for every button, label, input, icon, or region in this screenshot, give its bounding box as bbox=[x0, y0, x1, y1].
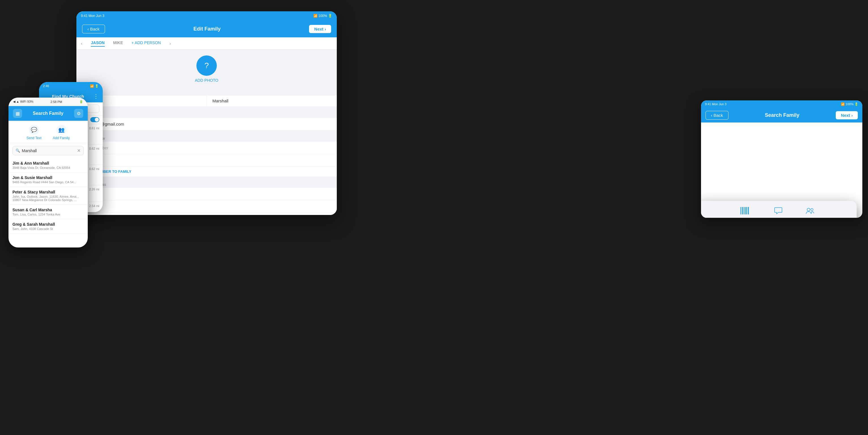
svg-rect-2 bbox=[742, 207, 743, 214]
photo-circle[interactable]: ? bbox=[196, 56, 217, 76]
barcode-icon bbox=[740, 207, 749, 216]
phone-search-bar: 🔍 ✕ bbox=[8, 143, 88, 158]
svg-point-9 bbox=[811, 208, 813, 211]
mailing-label: Mailing Address bbox=[76, 181, 337, 188]
mobile-input[interactable] bbox=[82, 145, 331, 150]
tab-chevron-left[interactable]: ‹ bbox=[81, 41, 82, 46]
main-phone-status-bar: ◀ ▲ WiFi 93% 2:58 PM 🔋 bbox=[8, 98, 88, 106]
family-name: Jon & Susie Marshall bbox=[12, 175, 84, 180]
ipad-large: 9:41 Mon Jun 3 📶 100% 🔋 ‹ Back Edit Fami… bbox=[76, 11, 337, 215]
family-item[interactable]: Jim & Ann Marshall 3948 Baja Vista Dr, O… bbox=[8, 158, 88, 172]
family-item[interactable]: Jon & Susie Marshall 9465 Regents Road #… bbox=[8, 172, 88, 187]
add-family-action[interactable]: 👥 Add Family bbox=[53, 125, 70, 140]
email-row[interactable] bbox=[76, 118, 337, 130]
next-button[interactable]: Next › bbox=[309, 25, 331, 33]
apply-number-link[interactable]: APPLY NUMBER TO FAMILY bbox=[76, 167, 337, 176]
church-dist: 2.26 mi bbox=[89, 188, 99, 191]
church-dist: 2.54 mi bbox=[89, 204, 99, 208]
mobile-label: Mobile Number bbox=[76, 135, 337, 142]
mobile-row[interactable] bbox=[76, 142, 337, 154]
name-section: Name bbox=[76, 87, 337, 109]
ipad-large-status-bar: 9:41 Mon Jun 3 📶 100% 🔋 bbox=[76, 11, 337, 20]
fc-icons: 📶 🔋 bbox=[90, 84, 99, 88]
ipad-large-nav: ‹ Back Edit Family Next › bbox=[76, 20, 337, 37]
family-addr: Tom, Lisa, Carlos, 1234 Tonka Ave bbox=[12, 213, 84, 216]
main-phone-icons: ◀ ▲ WiFi 93% bbox=[13, 100, 33, 103]
main-phone-title: Search Family bbox=[33, 111, 64, 116]
send-text-label: Send Text bbox=[26, 136, 41, 140]
phone-search-wrap: 🔍 ✕ bbox=[12, 146, 84, 155]
phone-main: ◀ ▲ WiFi 93% 2:58 PM 🔋 ▦ Search Family ⚙… bbox=[8, 98, 88, 247]
city-row[interactable] bbox=[76, 200, 337, 213]
family-name: Susan & Carl Marsha bbox=[12, 208, 84, 212]
svg-rect-0 bbox=[740, 207, 741, 214]
ipad-right-nav: ‹ Back Search Family Next › bbox=[701, 108, 862, 123]
settings-icon-btn[interactable]: ⚙ bbox=[74, 109, 83, 118]
church-dist: 0.62 mi bbox=[89, 167, 99, 171]
ipad-right-content: Scan Barcode Send Text bbox=[701, 201, 857, 218]
last-name-field[interactable] bbox=[207, 96, 337, 107]
city-input[interactable] bbox=[82, 204, 331, 209]
state-row[interactable] bbox=[76, 213, 337, 215]
carrier-input[interactable] bbox=[82, 158, 331, 163]
add-family-action[interactable]: Add Family bbox=[801, 207, 819, 218]
ipad-right-time: 9:41 Mon Jun 3 bbox=[705, 102, 726, 106]
church-dist: 0.61 mi bbox=[89, 127, 99, 130]
name-row bbox=[76, 96, 337, 107]
settings-icon: ⚙ bbox=[77, 111, 81, 116]
svg-rect-4 bbox=[745, 207, 745, 214]
family-item[interactable]: Susan & Carl Marsha Tom, Lisa, Carlos, 1… bbox=[8, 205, 88, 219]
email-section: Email bbox=[76, 109, 337, 133]
family-item[interactable]: Peter & Stacy Marshall John, Isa, Outloo… bbox=[8, 187, 88, 205]
find-church-status-bar: 2:46 📶 🔋 bbox=[39, 82, 103, 90]
tab-mike[interactable]: MIKE bbox=[113, 40, 123, 47]
ipad-right-title: Search Family bbox=[765, 112, 799, 118]
send-text-icon bbox=[774, 207, 782, 216]
family-name: Peter & Stacy Marshall bbox=[12, 190, 84, 194]
send-text-action[interactable]: 💬 Send Text bbox=[26, 125, 41, 140]
last-name-input[interactable] bbox=[213, 98, 332, 103]
search-icon: 🔍 bbox=[16, 148, 20, 153]
back-button[interactable]: ‹ Back bbox=[82, 25, 105, 33]
family-addr: John, Isa, Outlook, Jason, 11630, Aimee,… bbox=[12, 195, 84, 202]
ipad-right-action-row: Scan Barcode Send Text bbox=[701, 201, 857, 218]
ipad-right-icons: 📶 100% 🔋 bbox=[841, 102, 858, 106]
scan-barcode-action[interactable]: Scan Barcode bbox=[733, 207, 756, 218]
clear-search-button[interactable]: ✕ bbox=[77, 148, 81, 153]
main-phone-time: 2:58 PM bbox=[51, 100, 62, 103]
nav-title: Edit Family bbox=[193, 26, 220, 32]
find-church-menu[interactable]: ⋮ bbox=[93, 93, 99, 100]
svg-rect-5 bbox=[746, 207, 747, 214]
send-text-action[interactable]: Send Text bbox=[770, 207, 787, 218]
tab-chevron-right[interactable]: › bbox=[169, 41, 170, 46]
family-item[interactable]: Greg & Sarah Marshall Sam, John, 4108 Ca… bbox=[8, 219, 88, 234]
add-photo-label[interactable]: ADD PHOTO bbox=[195, 78, 218, 82]
family-addr: 9465 Regents Road #444 San Diego, CA 54.… bbox=[12, 180, 84, 184]
carrier-row[interactable] bbox=[76, 154, 337, 167]
ipad-right-next-button[interactable]: Next › bbox=[836, 111, 858, 120]
fc-time: 2:46 bbox=[43, 84, 49, 88]
send-text-icon: 💬 bbox=[29, 125, 39, 135]
mailing-section: Mailing Address bbox=[76, 179, 337, 215]
svg-rect-6 bbox=[747, 207, 747, 214]
family-list: Jim & Ann Marshall 3948 Baja Vista Dr, O… bbox=[8, 158, 88, 234]
main-phone-battery: 🔋 bbox=[79, 100, 83, 103]
family-name: Jim & Ann Marshall bbox=[12, 161, 84, 165]
family-addr: Sam, John, 4108 Cascade St bbox=[12, 227, 84, 231]
ipad-right-status-bar: 9:41 Mon Jun 3 📶 100% 🔋 bbox=[701, 100, 862, 108]
miles-toggle[interactable] bbox=[90, 117, 99, 122]
scan-icon-btn[interactable]: ▦ bbox=[13, 109, 22, 118]
mailing-row[interactable] bbox=[76, 188, 337, 200]
photo-area: ? ADD PHOTO bbox=[76, 50, 337, 87]
mailing-input[interactable] bbox=[82, 192, 331, 196]
tab-jason[interactable]: JASON bbox=[91, 40, 104, 47]
phone-action-row: 💬 Send Text 👥 Add Family bbox=[8, 121, 88, 143]
family-name: Greg & Sarah Marshall bbox=[12, 222, 84, 227]
tab-add-person[interactable]: + ADD PERSON bbox=[132, 40, 161, 47]
phone-search-input[interactable] bbox=[22, 148, 77, 153]
add-family-label: Add Family bbox=[53, 136, 70, 140]
ipad-right-back-button[interactable]: ‹ Back bbox=[706, 111, 728, 120]
family-addr: 3948 Baja Vista Dr, Oceanside, CA 92054 bbox=[12, 166, 84, 169]
email-input[interactable] bbox=[82, 122, 331, 127]
status-time: 9:41 Mon Jun 3 bbox=[81, 14, 104, 18]
